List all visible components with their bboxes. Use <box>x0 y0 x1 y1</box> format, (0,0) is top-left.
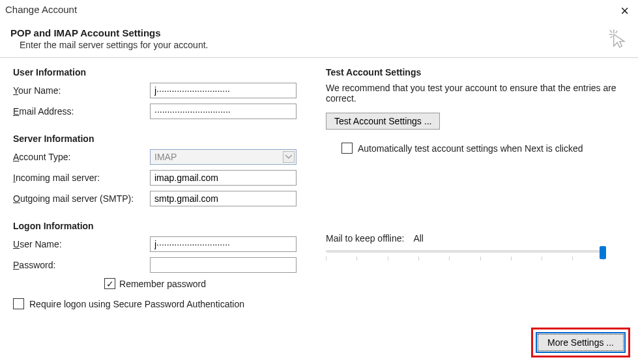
chevron-down-icon <box>283 151 295 163</box>
svg-line-4 <box>610 31 613 33</box>
mail-offline-slider[interactable] <box>326 247 606 263</box>
your-name-label: Your Name: <box>13 85 150 96</box>
spa-label: Require logon using Secure Password Auth… <box>29 299 244 309</box>
outgoing-server-label: Outgoing mail server (SMTP): <box>13 193 150 204</box>
email-input[interactable] <box>150 104 297 119</box>
user-name-input[interactable] <box>150 236 297 252</box>
more-settings-button[interactable]: More Settings ... <box>536 332 626 353</box>
test-settings-description: We recommend that you test your account … <box>326 83 620 104</box>
account-type-value: IMAP <box>154 152 177 162</box>
outgoing-server-input[interactable] <box>150 191 297 206</box>
mail-offline-value: All <box>413 233 424 244</box>
remember-password-checkbox[interactable]: ✓ <box>104 278 115 289</box>
your-name-input[interactable] <box>150 83 297 98</box>
password-label: Password: <box>13 260 150 270</box>
test-account-button[interactable]: Test Account Settings ... <box>326 113 440 130</box>
remember-password-label: Remember password <box>119 279 206 289</box>
slider-thumb[interactable] <box>600 246 606 259</box>
auto-test-checkbox[interactable] <box>341 143 353 154</box>
page-title: POP and IMAP Account Settings <box>10 27 208 38</box>
user-name-label: User Name: <box>13 239 150 249</box>
email-label: Email Address: <box>13 106 150 117</box>
more-settings-highlight: More Settings ... <box>531 328 630 357</box>
svg-line-2 <box>616 31 618 33</box>
mail-offline-label: Mail to keep offline: <box>326 233 404 244</box>
close-icon[interactable]: × <box>616 4 633 18</box>
cursor-click-icon <box>607 27 630 51</box>
svg-line-3 <box>610 36 613 38</box>
test-settings-heading: Test Account Settings <box>326 67 620 77</box>
account-type-select: IMAP <box>150 149 297 165</box>
incoming-server-label: Incoming mail server: <box>13 173 150 183</box>
server-info-heading: Server Information <box>13 133 300 144</box>
user-info-heading: User Information <box>13 67 300 77</box>
password-input[interactable] <box>150 257 297 273</box>
account-type-label: Account Type: <box>13 152 150 162</box>
auto-test-label: Automatically test account settings when… <box>358 143 583 155</box>
logon-info-heading: Logon Information <box>13 221 300 231</box>
incoming-server-input[interactable] <box>150 170 297 186</box>
spa-checkbox[interactable] <box>13 298 24 309</box>
page-subtitle: Enter the mail server settings for your … <box>20 40 208 50</box>
window-title: Change Account <box>5 4 77 15</box>
